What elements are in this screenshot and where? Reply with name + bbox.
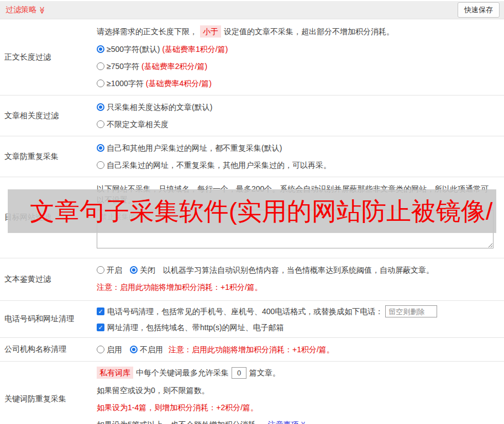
radio-company-clean-on[interactable] bbox=[97, 346, 104, 353]
row-relevance: 文章相关度过滤 只采集相关度达标的文章(默认) 不限定文章相关度 bbox=[0, 96, 504, 136]
row-label-phone-url-clean: 电话号码和网址清理 bbox=[0, 301, 97, 337]
keyword-limit-line: 私有词库 中每个关键词最多允许采集 篇文章。 bbox=[97, 367, 500, 379]
keyword-limit-cost-note: 如果设为1-4篇，则增加积分消耗：+2积分/篇。 bbox=[97, 402, 500, 413]
row-target-site: 目标网站过滤 以下网站不采集，只填域名，每行一个，最多200个。系统会自动识别并… bbox=[0, 177, 504, 258]
radio-porn-on[interactable] bbox=[97, 266, 104, 274]
fee-note: (基础费率4积分/篇) bbox=[146, 78, 212, 89]
row-dedup: 文章防重复采集 自己和其他用户采集过的网址，都不重复采集(默认) 自己采集过的网… bbox=[0, 136, 504, 177]
row-label-porn-filter: 文本鉴黄过滤 bbox=[0, 258, 97, 300]
radio-company-clean-off[interactable] bbox=[130, 346, 138, 353]
row-label-dedup: 文章防重复采集 bbox=[0, 136, 97, 177]
fee-note: (基础费率1积分/篇) bbox=[162, 44, 228, 55]
porn-on-label[interactable]: 开启 bbox=[107, 264, 122, 275]
phone-clean-option: ✓ 电话号码清理，包括常见的手机号、座机号、400电话格式，或替换成如下电话： bbox=[97, 305, 500, 317]
keyword-article-limit-input[interactable] bbox=[232, 367, 246, 379]
target-site-description: 以下网站不采集，只填域名，每行一个，最多200个。系统会自动识别并屏蔽那些非文章… bbox=[97, 183, 500, 205]
chevron-double-down-icon: ≫ bbox=[298, 421, 309, 424]
company-clean-options: 启用 不启用 注意：启用此功能将增加积分消耗：+1积分/篇。 bbox=[97, 344, 500, 355]
radio-750-chars[interactable] bbox=[97, 62, 104, 70]
section-title[interactable]: 过滤策略 ≫ bbox=[6, 5, 46, 15]
private-thesaurus-highlight: 私有词库 bbox=[97, 367, 133, 379]
row-label-company-clean: 公司机构名称清理 bbox=[0, 338, 97, 361]
company-clean-off-label[interactable]: 不启用 bbox=[140, 344, 163, 355]
option-dedup-self-only[interactable]: 自己采集过的网址，不重复采集，其他用户采集过的，可以再采。 bbox=[97, 160, 500, 171]
porn-filter-description: 以机器学习算法自动识别色情内容，当色情概率达到系统阈值，自动屏蔽文章。 bbox=[163, 264, 434, 275]
body-length-description: 请选择需求的正文长度下限， 小于 设定值的文章不采集，超出部分不增加积分消耗。 bbox=[97, 25, 500, 38]
row-label-relevance: 文章相关度过滤 bbox=[0, 96, 97, 136]
less-than-highlight: 小于 bbox=[200, 25, 221, 38]
porn-off-label[interactable]: 关闭 bbox=[140, 264, 155, 275]
option-500-chars[interactable]: ≥500字符(默认) (基础费率1积分/篇) bbox=[97, 44, 500, 55]
row-label-body-length: 正文长度过滤 bbox=[0, 19, 97, 95]
porn-filter-cost-note: 注意：启用此功能将增加积分消耗：+1积分/篇。 bbox=[97, 282, 500, 293]
notes-link[interactable]: 注意事项 ≫ bbox=[268, 419, 307, 424]
row-porn-filter: 文本鉴黄过滤 开启 关闭 以机器学习算法自动识别色情内容，当色情概率达到系统阈值… bbox=[0, 258, 504, 301]
company-clean-on-label[interactable]: 启用 bbox=[107, 344, 122, 355]
row-company-clean: 公司机构名称清理 启用 不启用 注意：启用此功能将增加积分消耗：+1积分/篇。 bbox=[0, 338, 504, 362]
row-body-length: 正文长度过滤 请选择需求的正文长度下限， 小于 设定值的文章不采集，超出部分不增… bbox=[0, 19, 504, 96]
option-1000-chars[interactable]: ≥1000字符 (基础费率4积分/篇) bbox=[97, 78, 500, 89]
blocked-domains-textarea[interactable] bbox=[97, 210, 494, 248]
keyword-limit-note-1: 如果留空或设为0，则不限篇数。 bbox=[97, 385, 500, 396]
chevron-double-down-icon: ≫ bbox=[38, 6, 46, 14]
radio-porn-off[interactable] bbox=[130, 266, 138, 274]
option-relevance-strict[interactable]: 只采集相关度达标的文章(默认) bbox=[97, 102, 500, 113]
page-title: 过滤策略 bbox=[6, 5, 36, 15]
row-label-target-site: 目标网站过滤 bbox=[0, 177, 97, 258]
radio-relevance-any[interactable] bbox=[97, 120, 104, 128]
company-clean-cost-note: 注意：启用此功能将增加积分消耗：+1积分/篇。 bbox=[169, 344, 334, 355]
quick-save-button[interactable]: 快速保存 bbox=[458, 2, 500, 18]
radio-relevance-strict[interactable] bbox=[97, 103, 104, 111]
row-phone-url-clean: 电话号码和网址清理 ✓ 电话号码清理，包括常见的手机号、座机号、400电话格式，… bbox=[0, 301, 504, 338]
radio-dedup-self-only[interactable] bbox=[97, 161, 104, 169]
keyword-limit-note-2: 如果设为5篇或以上，也不会额外增加积分消耗。 注意事项 ≫ bbox=[97, 419, 500, 424]
radio-500-chars[interactable] bbox=[97, 45, 104, 53]
url-clean-option: ✓ 网址清理，包括纯域名、带http(s)的网址、电子邮箱 bbox=[97, 322, 500, 333]
topbar: 过滤策略 ≫ 快速保存 bbox=[0, 1, 504, 19]
radio-dedup-all-users[interactable] bbox=[97, 144, 104, 152]
row-keyword-dedup: 关键词防重复采集 私有词库 中每个关键词最多允许采集 篇文章。 如果留空或设为0… bbox=[0, 362, 504, 424]
porn-filter-options: 开启 关闭 以机器学习算法自动识别色情内容，当色情概率达到系统阈值，自动屏蔽文章… bbox=[97, 264, 500, 275]
checkbox-url-clean[interactable]: ✓ bbox=[97, 324, 104, 331]
radio-1000-chars[interactable] bbox=[97, 80, 104, 87]
fee-note: (基础费率2积分/篇) bbox=[141, 61, 207, 72]
replacement-phone-input[interactable] bbox=[385, 305, 437, 317]
row-label-keyword-dedup: 关键词防重复采集 bbox=[0, 362, 97, 424]
option-750-chars[interactable]: ≥750字符 (基础费率2积分/篇) bbox=[97, 61, 500, 72]
option-relevance-any[interactable]: 不限定文章相关度 bbox=[97, 119, 500, 130]
option-dedup-all-users[interactable]: 自己和其他用户采集过的网址，都不重复采集(默认) bbox=[97, 142, 500, 153]
checkbox-phone-clean[interactable]: ✓ bbox=[97, 308, 104, 315]
